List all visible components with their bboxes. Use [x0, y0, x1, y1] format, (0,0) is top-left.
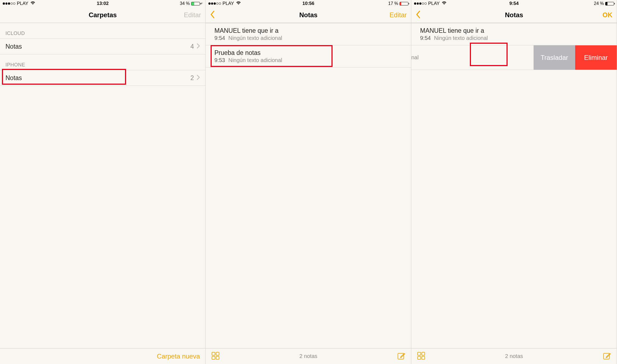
- folder-label: Notas: [5, 74, 22, 82]
- note-title: Prueba de notas: [214, 49, 406, 57]
- svg-rect-2: [212, 356, 215, 359]
- grid-view-button[interactable]: [417, 351, 426, 361]
- wifi-icon: [236, 1, 241, 6]
- screen-notes-swipe: PLAY 9:54 24 % Notas OK MANUEL tiene que…: [411, 0, 617, 364]
- note-meta: 9:53Ningún texto adicional: [214, 57, 406, 63]
- note-row[interactable]: MANUEL tiene que ir a 9:54Ningún texto a…: [206, 23, 411, 45]
- section-header-icloud: ICLOUD: [0, 23, 205, 39]
- wifi-icon: [441, 1, 447, 6]
- carrier-label: PLAY: [428, 1, 440, 6]
- page-title: Notas: [299, 11, 318, 19]
- status-time: 10:56: [302, 1, 314, 6]
- nav-bar: Carpetas Editar: [0, 7, 205, 23]
- back-button[interactable]: [210, 10, 215, 20]
- note-subtitle-peek: nal: [411, 54, 472, 61]
- status-time: 9:54: [509, 1, 519, 6]
- edit-button[interactable]: Editar: [389, 11, 407, 19]
- section-header-iphone: IPHONE: [0, 54, 205, 70]
- svg-rect-0: [212, 352, 215, 355]
- delete-button[interactable]: Eliminar: [575, 45, 617, 70]
- svg-rect-3: [216, 356, 219, 359]
- compose-button[interactable]: [397, 351, 406, 361]
- status-bar: PLAY 13:02 34 % ⚡︎: [0, 0, 205, 7]
- status-left: PLAY: [208, 1, 241, 6]
- battery-icon: [605, 2, 614, 5]
- page-title: Carpetas: [89, 11, 117, 19]
- note-meta: 9:54Ningún texto adicional: [214, 35, 406, 41]
- note-subtitle: Ningún texto adicional: [434, 35, 488, 41]
- svg-rect-7: [418, 356, 421, 359]
- content-area: ICLOUD Notas 4 IPHONE Notas 2: [0, 23, 205, 348]
- battery-percent: 34 %: [180, 1, 190, 6]
- notes-count: 2 notas: [505, 353, 523, 359]
- battery-percent: 17 %: [388, 1, 398, 6]
- chevron-right-icon: [197, 43, 200, 50]
- status-left: PLAY: [3, 1, 36, 6]
- folder-count: 2: [190, 74, 194, 82]
- note-subtitle: Ningún texto adicional: [228, 35, 282, 41]
- status-right: 24 %: [594, 1, 614, 6]
- edit-button[interactable]: Editar: [184, 11, 201, 19]
- note-title: MANUEL tiene que ir a: [420, 27, 611, 34]
- carrier-label: PLAY: [223, 1, 234, 6]
- screen-folders: PLAY 13:02 34 % ⚡︎ Carpetas Editar ICLOU…: [0, 0, 206, 364]
- chevron-right-icon: [197, 75, 200, 81]
- move-button[interactable]: Trasladar: [534, 45, 575, 70]
- status-right: 34 % ⚡︎: [180, 1, 203, 6]
- compose-button[interactable]: [603, 351, 611, 361]
- nav-bar: Notas Editar: [206, 7, 411, 23]
- new-folder-button[interactable]: Carpeta nueva: [157, 353, 200, 360]
- battery-percent: 24 %: [594, 1, 604, 6]
- screen-notes-list: PLAY 10:56 17 % Notas Editar MANUEL tien…: [206, 0, 411, 364]
- status-bar: PLAY 9:54 24 %: [411, 0, 617, 7]
- signal-dots-icon: [208, 2, 221, 5]
- folder-row-icloud-notes[interactable]: Notas 4: [0, 39, 205, 54]
- status-right: 17 %: [388, 1, 408, 6]
- status-time: 13:02: [97, 1, 109, 6]
- note-row-swiped[interactable]: nal Trasladar Eliminar: [411, 45, 617, 70]
- toolbar: Carpeta nueva: [0, 348, 205, 364]
- signal-dots-icon: [3, 2, 15, 5]
- swiped-content: nal: [411, 45, 472, 70]
- note-time: 9:53: [214, 57, 225, 63]
- nav-bar: Notas OK: [411, 7, 617, 23]
- folder-label: Notas: [5, 43, 22, 50]
- charging-icon: ⚡︎: [200, 2, 203, 5]
- battery-icon: [400, 2, 408, 5]
- content-area: MANUEL tiene que ir a 9:54Ningún texto a…: [206, 23, 411, 348]
- page-title: Notas: [505, 11, 523, 19]
- carrier-label: PLAY: [17, 1, 28, 6]
- grid-view-button[interactable]: [211, 351, 220, 361]
- content-area: MANUEL tiene que ir a 9:54Ningún texto a…: [411, 23, 617, 348]
- back-button[interactable]: [416, 10, 421, 20]
- note-row[interactable]: Prueba de notas 9:53Ningún texto adicion…: [206, 45, 411, 67]
- folder-count: 4: [190, 43, 194, 50]
- svg-rect-8: [422, 356, 425, 359]
- folder-row-iphone-notes[interactable]: Notas 2: [0, 70, 205, 86]
- toolbar: 2 notas: [206, 348, 411, 364]
- note-time: 9:54: [420, 35, 431, 41]
- notes-count: 2 notas: [299, 353, 318, 359]
- svg-rect-1: [216, 352, 219, 355]
- note-meta: 9:54Ningún texto adicional: [420, 35, 611, 41]
- toolbar: 2 notas: [411, 348, 617, 364]
- svg-rect-6: [422, 352, 425, 355]
- note-title: MANUEL tiene que ir a: [214, 27, 406, 34]
- battery-icon: [191, 2, 200, 5]
- ok-button[interactable]: OK: [603, 11, 612, 19]
- note-subtitle: Ningún texto adicional: [228, 57, 282, 63]
- status-left: PLAY: [414, 1, 447, 6]
- signal-dots-icon: [414, 2, 427, 5]
- note-row[interactable]: MANUEL tiene que ir a 9:54Ningún texto a…: [411, 23, 617, 45]
- note-time: 9:54: [214, 35, 225, 41]
- wifi-icon: [30, 1, 36, 6]
- svg-rect-5: [418, 352, 421, 355]
- status-bar: PLAY 10:56 17 %: [206, 0, 411, 7]
